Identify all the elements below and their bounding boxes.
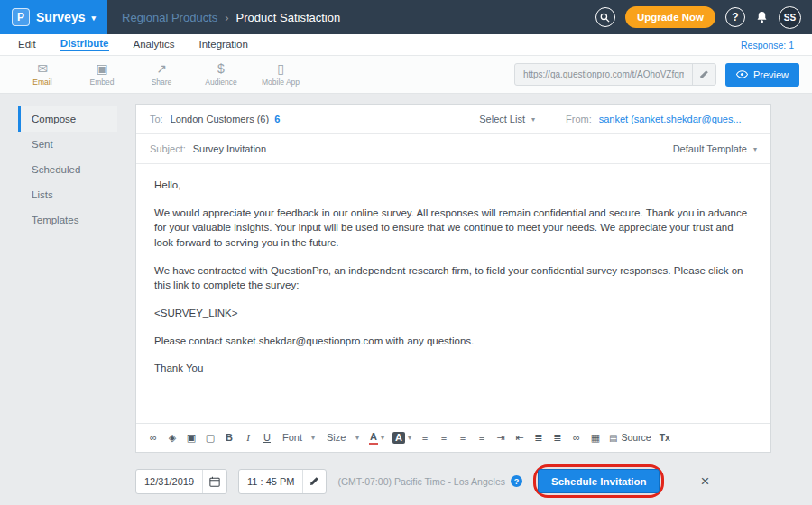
breadcrumb-parent[interactable]: Regional Products xyxy=(122,11,217,24)
sidebar-item-sent[interactable]: Sent xyxy=(18,132,117,157)
attach-link-icon[interactable]: ∞ xyxy=(145,431,161,445)
text-color-dropdown[interactable]: A ▾ xyxy=(366,430,387,446)
content-area: Compose Sent Scheduled Lists Templates T… xyxy=(0,94,812,498)
sidebar-item-lists[interactable]: Lists xyxy=(18,182,117,207)
indent-decrease-button[interactable]: ⇤ xyxy=(512,431,528,445)
insert-image-button[interactable]: ▦ xyxy=(587,431,604,445)
underline-button[interactable]: U xyxy=(259,431,275,445)
timezone-value: (GMT-07:00) Pacific Time - Los Angeles xyxy=(337,476,505,487)
select-list-dropdown[interactable]: Select List ▾ xyxy=(479,114,535,124)
channel-share[interactable]: ↗ Share xyxy=(132,62,191,87)
indent-increase-button[interactable]: ⇥ xyxy=(493,431,509,445)
schedule-date-picker[interactable]: 12/31/2019 xyxy=(135,469,227,494)
breadcrumb-separator: › xyxy=(225,11,228,24)
channel-icon: ✉ xyxy=(37,62,48,76)
tab-analytics[interactable]: Analytics xyxy=(134,39,175,50)
survey-url-input[interactable] xyxy=(515,69,692,79)
topbar-actions: Upgrade Now ? SS xyxy=(595,6,812,29)
channel-audience[interactable]: $ Audience xyxy=(191,62,251,87)
insert-card-icon[interactable]: ▢ xyxy=(202,431,218,445)
tool-label: ≡ xyxy=(479,433,484,443)
chevron-down-icon: ▾ xyxy=(408,434,411,442)
italic-button[interactable]: I xyxy=(240,431,256,445)
subject-input[interactable]: Survey Invitation xyxy=(193,143,266,154)
response-count: Response: 1 xyxy=(741,40,794,50)
tool-prefix-icon: ▤ xyxy=(609,433,617,443)
survey-url-box xyxy=(514,63,716,86)
channel-label: Email xyxy=(32,78,51,87)
highlight-color-dropdown[interactable]: A ▾ xyxy=(390,430,414,445)
subject-label: Subject: xyxy=(150,143,186,154)
rich-text-toolbar: ∞ ◈ ▣ xyxy=(136,423,770,452)
edit-url-pencil-icon[interactable] xyxy=(692,64,715,85)
tool-label: Source xyxy=(621,433,651,443)
schedule-bar: 12/31/2019 11 : 45 PM (GMT-07:00) Pacifi… xyxy=(135,464,771,498)
sidebar-item-scheduled[interactable]: Scheduled xyxy=(18,157,117,182)
insert-template-icon[interactable]: ▣ xyxy=(183,431,199,445)
upgrade-now-button[interactable]: Upgrade Now xyxy=(625,6,715,28)
source-button[interactable]: ▤ Source xyxy=(606,431,654,445)
timezone-help-icon[interactable]: ? xyxy=(511,475,522,487)
chevron-down-icon: ▾ xyxy=(91,14,96,23)
tool-label: ∞ xyxy=(573,433,580,443)
tool-label: ≡ xyxy=(441,433,447,443)
breadcrumb-current: Product Satisfaction xyxy=(236,11,341,24)
recipient-list-value[interactable]: London Customers (6) xyxy=(171,114,269,124)
tool-label: ◈ xyxy=(169,433,176,443)
close-icon[interactable]: × xyxy=(700,473,709,489)
tool-label: I xyxy=(246,433,250,443)
template-value: Default Template xyxy=(673,143,747,154)
template-dropdown[interactable]: Default Template ▾ xyxy=(673,143,757,154)
channel-embed[interactable]: ▣ Embed xyxy=(72,62,132,87)
channel-mobile-app[interactable]: ▯ Mobile App xyxy=(251,62,310,87)
align-justify-button[interactable]: ≡ xyxy=(474,431,490,445)
surveys-menu[interactable]: P Surveys ▾ xyxy=(0,0,107,34)
tool-label: U xyxy=(263,433,271,443)
schedule-time-picker[interactable]: 11 : 45 PM xyxy=(238,469,327,494)
select-list-label: Select List xyxy=(479,114,525,124)
body-paragraph: We would appreciate your feedback in our… xyxy=(154,206,752,251)
ordered-list-button[interactable]: ≣ xyxy=(531,431,547,445)
size-dropdown[interactable]: Size ▾ xyxy=(322,431,364,445)
schedule-invitation-button[interactable]: Schedule Invitation xyxy=(538,469,660,493)
preview-label: Preview xyxy=(753,69,789,80)
chevron-down-icon: ▾ xyxy=(531,115,535,124)
channel-label: Mobile App xyxy=(262,78,300,87)
remove-format-button[interactable]: Tx xyxy=(657,431,673,445)
user-avatar[interactable]: SS xyxy=(779,6,801,29)
preview-button[interactable]: Preview xyxy=(725,63,799,87)
sidebar-item-compose[interactable]: Compose xyxy=(18,106,117,132)
bold-button[interactable]: B xyxy=(221,431,237,445)
tab-edit[interactable]: Edit xyxy=(18,39,36,50)
recipient-count-badge[interactable]: 6 xyxy=(274,114,280,124)
align-right-button[interactable]: ≡ xyxy=(455,431,471,445)
font-dropdown[interactable]: Font ▾ xyxy=(278,431,319,445)
align-left-button[interactable]: ≡ xyxy=(417,431,433,445)
email-body-editor[interactable]: Hello, We would appreciate your feedback… xyxy=(136,164,770,423)
tab-distribute[interactable]: Distribute xyxy=(60,38,109,51)
tool-label: ≡ xyxy=(460,433,466,443)
eye-icon xyxy=(736,69,748,80)
email-compose-card: To: London Customers (6) 6 Select List ▾… xyxy=(135,104,771,453)
unordered-list-button[interactable]: ≣ xyxy=(549,431,566,445)
tab-integration[interactable]: Integration xyxy=(199,39,248,50)
compose-panel: To: London Customers (6) 6 Select List ▾… xyxy=(135,104,771,498)
edit-time-pencil-icon[interactable] xyxy=(302,470,326,493)
channel-icon: $ xyxy=(217,62,225,76)
tool-label: Font xyxy=(282,433,302,443)
notifications-bell-icon[interactable] xyxy=(755,10,769,24)
channel-email[interactable]: ✉ Email xyxy=(13,62,72,87)
help-icon[interactable]: ? xyxy=(725,7,745,27)
surveys-label: Surveys xyxy=(36,10,85,24)
tool-label: ▢ xyxy=(206,433,215,443)
tag-icon[interactable]: ◈ xyxy=(164,431,180,445)
hyperlink-button[interactable]: ∞ xyxy=(568,431,585,445)
align-center-button[interactable]: ≡ xyxy=(436,431,452,445)
tool-label: A xyxy=(392,432,405,444)
sidebar-item-templates[interactable]: Templates xyxy=(18,207,117,233)
tool-label: ≣ xyxy=(534,433,542,443)
chevron-down-icon: ▾ xyxy=(355,434,359,442)
from-dropdown[interactable]: From: sanket (sanket.shekdar@ques... xyxy=(566,114,757,124)
from-value: sanket (sanket.shekdar@ques... xyxy=(599,114,742,124)
search-icon[interactable] xyxy=(595,7,615,27)
